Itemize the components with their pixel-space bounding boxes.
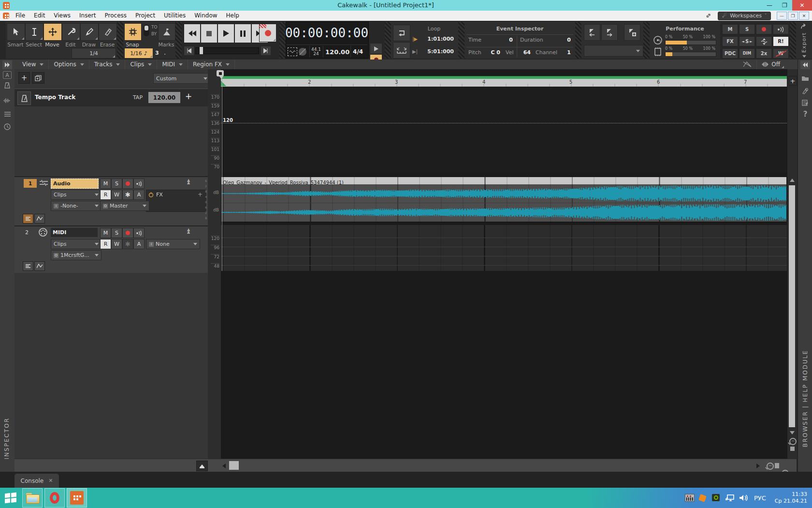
clip-header[interactable]: Oleg_Gazmanov_-_Vperjod_Rossiya_53474944… — [221, 177, 786, 184]
hscroll-thumb[interactable] — [229, 461, 239, 470]
ei-channel-value[interactable]: 1 — [561, 49, 571, 56]
tv-menu-tracks[interactable]: Tracks — [89, 60, 126, 69]
track-1-name-field[interactable]: Audio — [51, 179, 99, 189]
tempo-value[interactable]: 120.00 — [325, 48, 348, 56]
vscroll-up-arrow[interactable] — [790, 179, 795, 182]
help-module-icon[interactable]: ? — [800, 110, 810, 119]
menu-insert[interactable]: Insert — [75, 11, 100, 21]
list-dock-icon[interactable] — [2, 110, 12, 119]
bit-depth[interactable]: 24 — [311, 52, 321, 56]
export-strip[interactable]: Export — [796, 22, 812, 59]
expand-arrows-icon[interactable]: ⇕ — [704, 11, 713, 20]
loop-toggle[interactable] — [393, 25, 410, 41]
set-from-end-button[interactable] — [601, 24, 618, 41]
track-2-output-dropdown[interactable]: O1McrsftG... — [51, 250, 102, 260]
tempo-tap-button[interactable]: TAP — [133, 94, 143, 101]
set-from-start-button[interactable] — [584, 24, 600, 41]
go-to-end-button[interactable] — [261, 46, 271, 56]
track-1-collapse[interactable]: ▲▲ — [187, 179, 190, 184]
tray-midi-keyboard-icon[interactable] — [685, 494, 694, 502]
tempo-dock-icon[interactable] — [2, 81, 12, 90]
layout-preset-dropdown[interactable]: Custom — [153, 73, 210, 84]
track-1-archive[interactable]: A — [133, 190, 145, 200]
minimize-button[interactable]: — — [762, 0, 777, 11]
mix-w-button[interactable]: W — [773, 48, 789, 59]
midi-envelope-icon[interactable] — [743, 61, 752, 67]
snap-dot[interactable]: . — [164, 50, 166, 56]
track-2-input-dropdown[interactable]: INone — [146, 239, 200, 249]
ei-pitch-value[interactable]: C 0 — [485, 49, 500, 56]
doc-restore-button[interactable]: ❐ — [788, 12, 798, 20]
mix-record-arm-button[interactable] — [756, 24, 772, 34]
workspaces-dropdown[interactable]: ☄ Workspaces ˅ — [718, 12, 771, 20]
tray-network-icon[interactable] — [725, 494, 734, 502]
snap-resolution-dropdown[interactable]: 1/16♪ — [124, 48, 153, 59]
inspector-tab-label[interactable]: INSPECTOR — [3, 418, 10, 459]
track-2-write-automation[interactable]: W — [111, 239, 122, 249]
aim-assist-dropdown[interactable]: Off — [756, 60, 785, 69]
rewind-button[interactable] — [184, 24, 201, 43]
track-2-automation-button[interactable] — [34, 261, 45, 271]
tempo-line[interactable] — [221, 123, 787, 123]
record-button[interactable] — [259, 24, 276, 42]
mix-ripple-button[interactable]: R! — [773, 36, 789, 46]
menu-project[interactable]: Project — [131, 11, 160, 21]
hscroll-left-arrow[interactable] — [222, 463, 226, 468]
track-2-collapse[interactable]: ▲▲ — [187, 228, 190, 233]
loop-end-value[interactable]: 5:01:000 — [421, 48, 454, 55]
marker-dropdown[interactable] — [584, 45, 643, 57]
tray-nvidia-icon[interactable] — [712, 494, 721, 502]
tempo-value-field[interactable]: 120.00 — [148, 92, 180, 103]
time-ruler[interactable]: 2 3 4 5 6 7 — [221, 79, 787, 87]
midi-lane[interactable] — [221, 225, 787, 271]
tv-menu-regionfx[interactable]: Region FX — [188, 60, 235, 69]
pause-button[interactable] — [234, 24, 251, 43]
mix-mute-button[interactable]: M — [722, 24, 738, 34]
tray-volume-icon[interactable] — [739, 494, 748, 502]
track-2-read-automation[interactable]: R — [100, 239, 111, 249]
tv-menu-clips[interactable]: Clips — [125, 60, 157, 69]
mix-pdc-button[interactable]: PDC — [722, 48, 738, 59]
tray-clock[interactable]: 11:33 Ср 21.04.21 — [775, 491, 807, 505]
go-to-start-button[interactable] — [184, 46, 194, 56]
track-1-read-automation[interactable]: R — [100, 190, 111, 200]
tool-smart[interactable]: Smart — [7, 23, 24, 48]
vertical-zoom-out-button[interactable]: − — [789, 438, 797, 445]
ei-duration-value[interactable]: 0 — [554, 37, 571, 43]
vertical-zoom-slider[interactable] — [790, 447, 795, 451]
track-2-name-field[interactable]: MIDI — [51, 228, 98, 237]
collapse-browser-icon[interactable] — [800, 60, 810, 69]
console-tab[interactable]: Console ✕ — [14, 474, 59, 488]
vscroll-down-arrow[interactable] — [790, 431, 795, 434]
tempo-pane[interactable]: 120 — [221, 87, 787, 172]
audio-meter-icon[interactable] — [2, 96, 12, 105]
duplicate-track-button[interactable] — [32, 72, 44, 84]
track-2-layers-button[interactable] — [23, 261, 33, 271]
track-2-mute[interactable]: M — [100, 228, 111, 238]
track-names-icon[interactable]: A — [3, 71, 12, 79]
tool-edit[interactable]: Edit — [62, 23, 79, 48]
track-1-input-echo[interactable] — [133, 179, 145, 189]
tool-select[interactable]: Select — [25, 23, 43, 48]
snap-magnet-value[interactable]: 3 — [155, 50, 159, 56]
track-2-view-dropdown[interactable]: Clips — [51, 239, 102, 249]
close-button[interactable]: ✕ — [792, 0, 812, 11]
doc-close-button[interactable]: ✕ — [799, 12, 809, 20]
ei-time-value[interactable]: 0 — [498, 37, 513, 43]
marks-toggle[interactable]: Marks — [158, 23, 174, 48]
plugin-browser-icon[interactable] — [800, 87, 810, 95]
stop-button[interactable] — [201, 24, 218, 43]
tv-menu-options[interactable]: Options — [49, 60, 89, 69]
now-time-display[interactable]: 00:00:00:00 — [286, 23, 367, 43]
tv-menu-view[interactable]: View — [17, 60, 49, 69]
track-1-solo[interactable]: S — [111, 179, 122, 189]
track-2[interactable]: 2 MIDI M S ▲▲ Clips R W ✱ A INone O1Mcrs… — [14, 225, 208, 273]
horizontal-zoom-slider[interactable] — [775, 463, 779, 468]
taskbar-explorer[interactable] — [22, 488, 43, 508]
metronome-mute-icon[interactable] — [299, 48, 306, 56]
mix-interleave-button[interactable] — [756, 36, 772, 46]
start-button[interactable] — [0, 488, 21, 508]
tempo-track-name[interactable]: Tempo Track — [35, 94, 75, 101]
track-2-arm[interactable] — [122, 228, 133, 238]
tool-draw[interactable]: Draw — [80, 23, 98, 48]
